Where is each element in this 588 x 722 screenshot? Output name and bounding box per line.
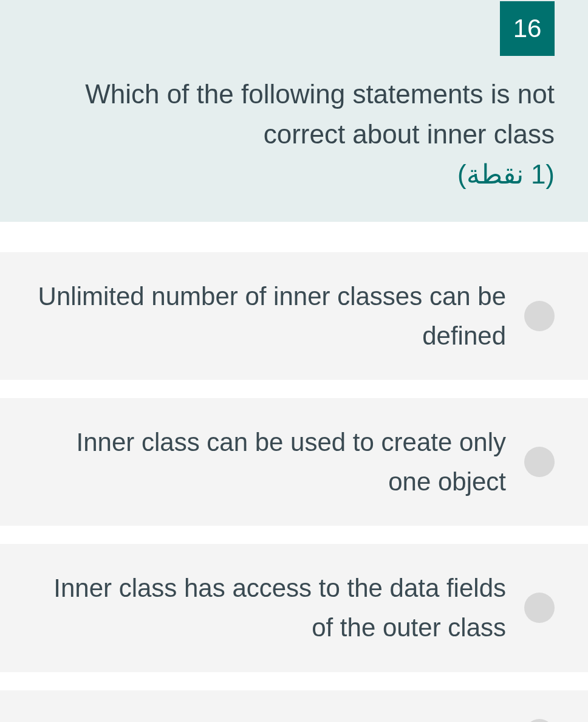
question-text: Which of the following statements is not… — [0, 56, 588, 154]
option-label: Inner class can be private — [36, 715, 524, 722]
radio-icon[interactable] — [524, 301, 555, 331]
question-number: 16 — [500, 1, 555, 56]
question-points: (1 نقطة) — [0, 154, 588, 194]
option-0[interactable]: Unlimited number of inner classes can be… — [0, 252, 588, 380]
option-2[interactable]: Inner class has access to the data field… — [0, 544, 588, 672]
option-label: Inner class can be used to create only o… — [36, 422, 524, 501]
option-1[interactable]: Inner class can be used to create only o… — [0, 398, 588, 526]
option-3[interactable]: Inner class can be private — [0, 690, 588, 722]
radio-icon[interactable] — [524, 593, 555, 623]
option-label: Unlimited number of inner classes can be… — [36, 277, 524, 356]
radio-icon[interactable] — [524, 447, 555, 477]
question-number-wrap: 16 — [0, 0, 588, 56]
option-label: Inner class has access to the data field… — [36, 568, 524, 647]
options-list: Unlimited number of inner classes can be… — [0, 222, 588, 722]
question-header: 16 Which of the following statements is … — [0, 0, 588, 222]
radio-icon[interactable] — [524, 719, 555, 722]
